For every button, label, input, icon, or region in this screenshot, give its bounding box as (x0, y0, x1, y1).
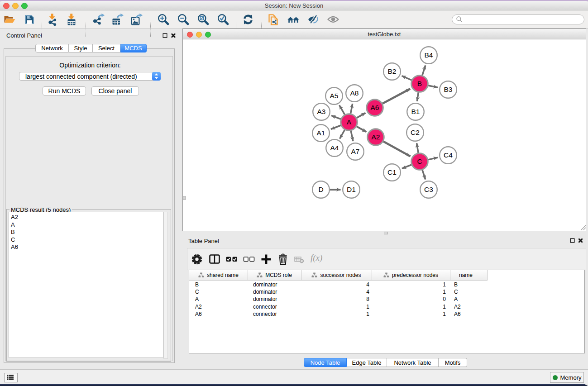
svg-text:B3: B3 (444, 86, 453, 93)
svg-text:A: A (347, 118, 352, 126)
svg-text:B4: B4 (425, 51, 433, 59)
svg-text:C3: C3 (424, 186, 433, 193)
svg-text:A4: A4 (330, 144, 339, 152)
svg-text:A5: A5 (330, 92, 339, 100)
svg-text:A8: A8 (350, 89, 359, 97)
svg-text:D1: D1 (347, 186, 356, 193)
svg-text:D: D (318, 186, 323, 193)
svg-text:A1: A1 (317, 129, 325, 137)
svg-text:A7: A7 (351, 148, 360, 155)
svg-text:C1: C1 (387, 168, 397, 176)
svg-text:C4: C4 (444, 151, 453, 159)
svg-text:B2: B2 (388, 67, 397, 75)
svg-text:A2: A2 (372, 133, 380, 141)
svg-text:B: B (417, 80, 422, 87)
svg-text:A3: A3 (317, 108, 326, 115)
svg-text:C2: C2 (411, 129, 420, 136)
svg-text:A6: A6 (371, 104, 379, 111)
svg-text:C: C (417, 157, 422, 165)
svg-text:B1: B1 (411, 108, 420, 115)
